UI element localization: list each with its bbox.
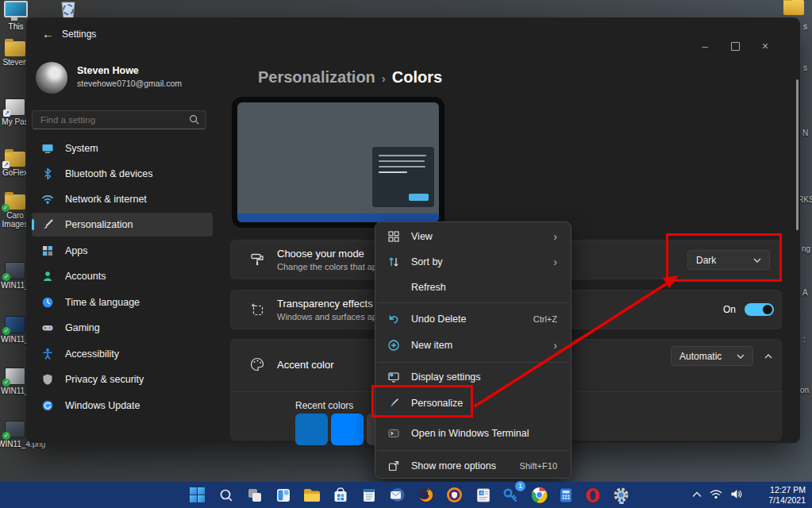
breadcrumb-parent[interactable]: Personalization <box>258 68 375 86</box>
accent-color-dropdown[interactable]: Automatic <box>671 346 753 366</box>
sidebar-item-privacy[interactable]: Privacy & security <box>32 368 213 391</box>
shortcut-label: Shift+F10 <box>520 461 557 471</box>
sidebar-item-time-language[interactable]: Time & language <box>32 291 213 314</box>
preview-accent-button <box>409 194 429 201</box>
breadcrumb: Personalization›Colors <box>258 68 442 87</box>
bluetooth-icon <box>41 167 54 180</box>
sidebar-item-accounts[interactable]: Accounts <box>32 264 213 288</box>
chrome-icon[interactable] <box>529 485 549 505</box>
sidebar-item-network[interactable]: Network & internet <box>32 187 213 211</box>
scrollbar-thumb[interactable] <box>796 79 799 230</box>
menu-item-new-item[interactable]: New item › <box>379 333 567 357</box>
opera-icon[interactable] <box>583 485 602 505</box>
folder-icon <box>5 41 25 56</box>
sidebar-item-label: Personalization <box>65 219 133 230</box>
tray-time: 12:27 PM <box>768 485 806 495</box>
shortcut-arrow-icon: ↗ <box>2 161 10 168</box>
recent-colors-label: Recent colors <box>295 400 353 411</box>
minimize-button[interactable]: – <box>694 38 716 54</box>
desktop: This Steven ↗ My Pas ↗ GoFlex ✓ Caro Ima… <box>0 0 812 508</box>
accounts-icon <box>41 270 54 283</box>
menu-item-label: Display settings <box>411 371 481 383</box>
search-box[interactable] <box>32 110 206 129</box>
menu-item-show-more-options[interactable]: Show more options Shift+F10 <box>379 454 567 478</box>
calculator-icon[interactable] <box>556 485 575 505</box>
transparency-toggle[interactable] <box>745 303 774 316</box>
menu-separator <box>377 302 569 303</box>
start-button[interactable] <box>187 485 207 505</box>
search-icon <box>189 114 199 125</box>
gamepad-icon <box>41 321 54 334</box>
grid-icon <box>387 230 401 244</box>
taskbar-search-icon[interactable] <box>216 485 236 505</box>
plus-circle-icon <box>387 339 401 352</box>
menu-item-refresh[interactable]: Refresh <box>379 275 567 299</box>
avatar[interactable] <box>36 62 67 94</box>
breadcrumb-separator: › <box>375 71 392 85</box>
sidebar-item-label: Bluetooth & devices <box>65 168 153 179</box>
shortcut-arrow-icon: ↗ <box>3 110 10 117</box>
wifi-icon[interactable] <box>710 489 722 499</box>
image-file-icon: ✓ <box>5 262 25 279</box>
sidebar-item-label: Accounts <box>65 271 106 282</box>
key-icon[interactable]: 1 <box>501 485 521 505</box>
sidebar-item-label: Windows Update <box>65 400 140 411</box>
sync-check-icon: ✓ <box>2 204 10 212</box>
settings-gear-icon[interactable] <box>611 485 631 505</box>
folder-icon: ✓ <box>5 194 25 210</box>
sidebar-item-accessibility[interactable]: Accessibility <box>32 342 213 366</box>
notification-badge: 1 <box>515 481 525 491</box>
notepad-icon[interactable] <box>359 485 379 505</box>
apps-icon <box>41 244 54 257</box>
menu-item-label: Open in Windows Terminal <box>411 428 529 439</box>
tray-chevron-icon[interactable] <box>692 491 702 498</box>
recycle-bin-icon[interactable] <box>51 0 86 19</box>
close-button[interactable]: × <box>754 38 776 54</box>
sort-icon <box>387 256 401 269</box>
profile-name: Steven Howe <box>77 65 139 76</box>
sidebar-item-bluetooth[interactable]: Bluetooth & devices <box>32 162 213 186</box>
store-icon[interactable] <box>330 485 350 505</box>
sidebar-item-label: Time & language <box>65 297 140 308</box>
task-view-icon[interactable] <box>244 485 264 505</box>
sidebar-item-system[interactable]: System <box>32 137 213 160</box>
icon-label: This <box>9 22 24 31</box>
menu-item-sort-by[interactable]: Sort by › <box>379 250 567 274</box>
wordpad-icon[interactable]: A <box>473 485 493 505</box>
toggle-state-label: On <box>723 304 736 315</box>
maximize-button[interactable] <box>724 38 746 54</box>
recent-color-swatch-blue[interactable] <box>295 414 328 445</box>
shield-browser-icon[interactable] <box>444 485 464 505</box>
no-icon <box>387 281 401 294</box>
tray-date: 7/14/2021 <box>768 495 806 506</box>
clock[interactable]: 12:27 PM 7/14/2021 <box>768 485 806 506</box>
widgets-icon[interactable] <box>273 485 293 505</box>
sidebar-item-windows-update[interactable]: Windows Update <box>32 394 213 418</box>
menu-item-open-windows-terminal[interactable]: Open in Windows Terminal <box>379 421 567 445</box>
sidebar-item-apps[interactable]: Apps <box>32 239 213 263</box>
volume-icon[interactable] <box>730 489 742 499</box>
accent-expander-button[interactable] <box>760 348 777 364</box>
window-title: Settings <box>62 29 96 40</box>
sidebar-item-personalization[interactable]: Personalization <box>32 213 213 237</box>
menu-item-undo-delete[interactable]: Undo Delete Ctrl+Z <box>379 307 567 331</box>
context-menu: View › Sort by › Refresh Undo Delete Ctr… <box>375 221 571 479</box>
windows-logo-icon <box>190 487 205 502</box>
file-explorer-icon[interactable] <box>302 485 321 505</box>
wifi-icon <box>41 193 54 206</box>
menu-item-view[interactable]: View › <box>379 225 567 248</box>
recent-color-swatch-brightblue[interactable] <box>331 414 364 445</box>
cutoff-label: ng <box>802 244 810 253</box>
firefox-icon[interactable] <box>416 485 436 505</box>
folder-icon: ↗ <box>5 152 25 167</box>
sidebar-item-gaming[interactable]: Gaming <box>32 316 213 340</box>
chevron-right-icon: › <box>553 230 557 243</box>
back-button[interactable]: ← <box>42 27 54 40</box>
desktop-folder-topright[interactable] <box>776 0 811 15</box>
palette-icon <box>250 357 264 371</box>
menu-item-label: New item <box>411 340 452 351</box>
icon-label: WIN11_ <box>1 335 29 344</box>
mail-icon[interactable] <box>387 485 407 505</box>
menu-item-label: Sort by <box>411 256 443 267</box>
search-input[interactable] <box>39 112 185 128</box>
